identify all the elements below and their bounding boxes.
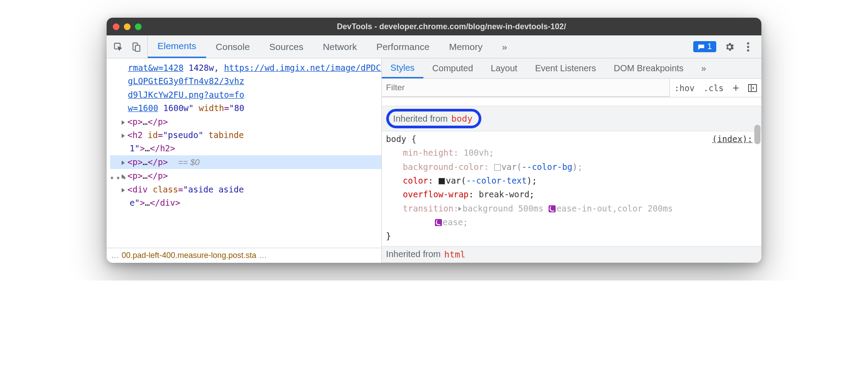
subtab-event-listeners[interactable]: Event Listeners	[526, 58, 605, 78]
subtab-styles[interactable]: Styles	[382, 58, 423, 78]
subtab-computed[interactable]: Computed	[423, 58, 482, 78]
dom-tree[interactable]: rmat&w=1428 1428w, https://wd.imgix.net/…	[107, 58, 381, 248]
dom-node-div[interactable]: <div class="aside aside	[110, 183, 381, 196]
hov-toggle[interactable]: :hov	[670, 83, 699, 93]
issues-badge[interactable]: 1	[693, 41, 716, 52]
breadcrumb[interactable]: … 00.pad-left-400.measure-long.post.sta …	[107, 248, 381, 263]
inherited-label: Inherited from	[386, 249, 441, 259]
dom-panel: ••• rmat&w=1428 1428w, https://wd.imgix.…	[107, 58, 382, 263]
dom-text-fragment[interactable]: gLQPGtEG3y0fTn4v82/3vhz	[110, 74, 381, 88]
css-prop-transition-cont[interactable]: ease;	[386, 215, 757, 229]
breadcrumb-path[interactable]: 00.pad-left-400.measure-long.post.sta	[122, 251, 256, 260]
tab-memory[interactable]: Memory	[439, 35, 492, 58]
dom-node-p[interactable]: <p>…</p>	[110, 169, 381, 182]
dom-node-h2-cont[interactable]: 1">…</h2>	[110, 142, 381, 155]
tab-performance[interactable]: Performance	[367, 35, 439, 58]
color-swatch-icon[interactable]	[494, 164, 501, 171]
filter-bar: :hov .cls +	[382, 79, 761, 97]
styles-panel: Styles Computed Layout Event Listeners D…	[382, 58, 761, 263]
css-prop-min-height[interactable]: min-height: 100vh;	[386, 146, 757, 160]
css-rule[interactable]: (index): body { min-height: 100vh; backg…	[382, 131, 761, 246]
svg-point-4	[747, 46, 749, 48]
expand-caret-icon[interactable]	[122, 120, 125, 125]
css-prop-color[interactable]: color: var(--color-text);	[386, 174, 757, 188]
styles-subtabs: Styles Computed Layout Event Listeners D…	[382, 58, 761, 79]
inherited-source[interactable]: body	[451, 113, 472, 124]
expand-caret-icon[interactable]	[122, 161, 125, 165]
titlebar: DevTools - developer.chrome.com/blog/new…	[107, 18, 761, 35]
minimize-window-icon[interactable]	[124, 23, 131, 30]
breadcrumb-overflow-right[interactable]: …	[256, 251, 269, 260]
subtab-layout[interactable]: Layout	[482, 58, 526, 78]
spacer	[382, 97, 761, 106]
tab-elements[interactable]: Elements	[148, 35, 206, 58]
rule-close: }	[386, 229, 757, 243]
breadcrumb-overflow-left[interactable]: …	[108, 251, 122, 260]
inherited-from-row-html[interactable]: Inherited from html	[382, 246, 761, 263]
rule-source-link[interactable]: (index):	[712, 132, 753, 146]
settings-icon[interactable]	[724, 42, 735, 52]
svg-point-3	[747, 42, 749, 44]
window-title: DevTools - developer.chrome.com/blog/new…	[148, 22, 755, 31]
inherited-source[interactable]: html	[444, 249, 465, 260]
expand-caret-icon[interactable]	[122, 188, 125, 192]
tab-sources[interactable]: Sources	[260, 35, 313, 58]
subtabs-overflow[interactable]: »	[692, 58, 715, 78]
tab-console[interactable]: Console	[206, 35, 260, 58]
gutter-dots-icon: •••	[109, 173, 128, 183]
dom-node-h2[interactable]: <h2 id="pseudo" tabinde	[110, 128, 381, 142]
css-prop-overflow-wrap[interactable]: overflow-wrap: break-word;	[386, 188, 757, 201]
devtools-window: DevTools - developer.chrome.com/blog/new…	[107, 18, 761, 263]
dom-text-fragment[interactable]: d9lJKcYw2FU.png?auto=fo	[110, 88, 381, 101]
dom-node-p-selected[interactable]: <p>…</p> == $0	[110, 155, 381, 169]
expand-caret-icon[interactable]	[458, 207, 461, 211]
dom-node-p[interactable]: <p>…</p>	[110, 115, 381, 128]
more-icon[interactable]	[743, 42, 753, 52]
svg-point-5	[747, 49, 749, 51]
split-body: ••• rmat&w=1428 1428w, https://wd.imgix.…	[107, 58, 761, 263]
toggle-sidebar-icon[interactable]	[744, 84, 761, 92]
expand-caret-icon[interactable]	[122, 134, 125, 138]
easing-swatch-icon[interactable]	[435, 219, 442, 226]
new-style-rule-icon[interactable]: +	[728, 81, 744, 95]
tab-network[interactable]: Network	[313, 35, 367, 58]
issues-count: 1	[707, 42, 712, 51]
easing-swatch-icon[interactable]	[549, 205, 556, 212]
panel-tabs: Elements Console Sources Network Perform…	[148, 35, 517, 58]
close-window-icon[interactable]	[113, 23, 119, 30]
rule-selector[interactable]: body {	[386, 132, 757, 146]
tabs-overflow[interactable]: »	[492, 35, 517, 58]
dom-node-div-cont[interactable]: e">…</div>	[110, 196, 381, 209]
highlight-annotation: Inherited from body	[386, 109, 482, 128]
filter-input[interactable]	[382, 79, 670, 97]
main-toolbar: Elements Console Sources Network Perform…	[107, 35, 761, 58]
device-toggle-icon[interactable]	[131, 42, 141, 52]
inherited-from-row[interactable]: Inherited from body	[382, 106, 761, 131]
cls-toggle[interactable]: .cls	[699, 83, 728, 93]
inspect-icon[interactable]	[113, 42, 123, 52]
maximize-window-icon[interactable]	[135, 23, 142, 30]
traffic-lights	[113, 23, 142, 30]
svg-rect-2	[135, 45, 140, 51]
css-prop-background-color[interactable]: background-color: var(--color-bg);	[386, 160, 757, 174]
inherited-label: Inherited from	[393, 114, 448, 124]
subtab-dom-breakpoints[interactable]: DOM Breakpoints	[605, 58, 692, 78]
css-prop-transition[interactable]: transition:background 500ms ease-in-out,…	[386, 202, 757, 215]
dom-text-fragment[interactable]: rmat&w=1428 1428w, https://wd.imgix.net/…	[110, 61, 381, 74]
color-swatch-icon[interactable]	[438, 178, 445, 184]
dom-text-fragment[interactable]: w=1600 1600w" width="80	[110, 101, 381, 115]
